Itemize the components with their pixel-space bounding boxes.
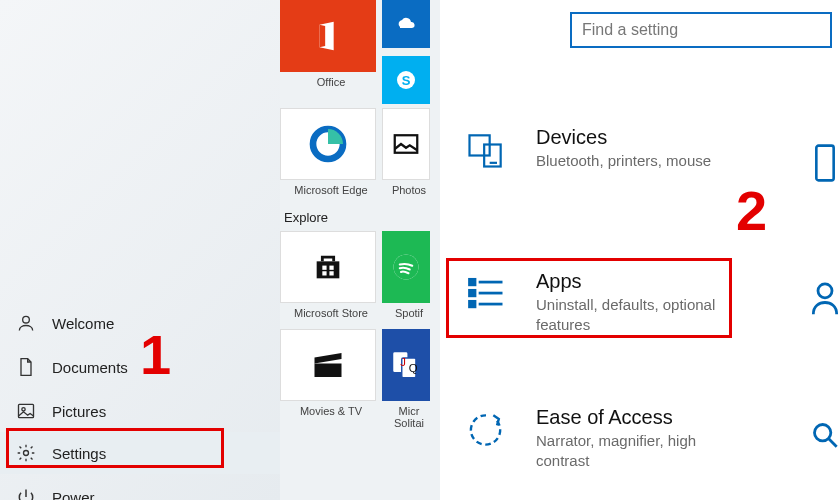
- svg-point-2: [22, 408, 25, 411]
- svg-text:S: S: [402, 73, 411, 88]
- start-pictures-label: Pictures: [52, 403, 106, 420]
- svg-rect-10: [322, 271, 326, 275]
- settings-search-input[interactable]: [582, 21, 820, 39]
- svg-rect-9: [329, 266, 333, 270]
- settings-search[interactable]: [570, 12, 832, 48]
- tile-edge-label: Microsoft Edge: [294, 184, 367, 196]
- user-icon: [14, 311, 38, 335]
- document-icon: [14, 355, 38, 379]
- svg-rect-24: [470, 290, 476, 296]
- svg-rect-1: [19, 404, 34, 417]
- settings-window: Devices Bluetooth, printers, mouse Apps …: [440, 0, 840, 500]
- start-settings-label: Settings: [52, 445, 106, 462]
- tile-spotify[interactable]: [382, 231, 430, 303]
- svg-point-0: [23, 316, 30, 323]
- ease-icon: [462, 406, 510, 454]
- tile-store-label: Microsoft Store: [294, 307, 368, 319]
- tile-movies-label: Movies & TV: [300, 405, 362, 417]
- start-pictures[interactable]: Pictures: [0, 390, 280, 432]
- svg-rect-26: [470, 301, 476, 307]
- svg-rect-14: [315, 364, 342, 378]
- svg-rect-7: [395, 135, 418, 153]
- devices-icon: [462, 126, 510, 174]
- svg-rect-28: [816, 146, 833, 181]
- gear-icon: [14, 441, 38, 465]
- start-documents[interactable]: Documents: [0, 346, 280, 388]
- tile-office[interactable]: [280, 0, 376, 72]
- svg-text:Q: Q: [409, 362, 418, 374]
- apps-sub: Uninstall, defaults, optional features: [536, 295, 746, 334]
- start-tiles: Office S Microsoft Edge Photos Explore: [280, 0, 440, 500]
- ease-title: Ease of Access: [536, 406, 746, 429]
- explore-label: Explore: [280, 206, 440, 231]
- svg-line-31: [829, 439, 837, 447]
- apps-icon: [462, 270, 510, 318]
- start-welcome[interactable]: Welcome: [0, 302, 280, 344]
- tile-skype[interactable]: S: [382, 56, 430, 104]
- pictures-icon: [14, 399, 38, 423]
- tile-onedrive[interactable]: [382, 0, 430, 48]
- devices-title: Devices: [536, 126, 711, 149]
- start-sidebar: Welcome Documents Pictures Settings: [0, 0, 280, 500]
- start-welcome-label: Welcome: [52, 315, 114, 332]
- phone-icon[interactable]: [810, 142, 840, 184]
- svg-rect-22: [470, 279, 476, 285]
- svg-point-13: [394, 255, 419, 280]
- tile-edge[interactable]: [280, 108, 376, 180]
- category-apps[interactable]: Apps Uninstall, defaults, optional featu…: [462, 270, 822, 334]
- tile-movies[interactable]: [280, 329, 376, 401]
- tile-solitaire[interactable]: JQ: [382, 329, 430, 401]
- start-power-label: Power: [52, 489, 95, 501]
- tile-spotify-label: Spotif: [395, 307, 423, 319]
- start-power[interactable]: Power: [0, 476, 280, 500]
- svg-text:J: J: [400, 356, 406, 368]
- tile-store[interactable]: [280, 231, 376, 303]
- category-ease-of-access[interactable]: Ease of Access Narrator, magnifier, high…: [462, 406, 822, 470]
- tile-office-label: Office: [317, 76, 346, 88]
- start-documents-label: Documents: [52, 359, 128, 376]
- svg-point-30: [815, 425, 831, 441]
- svg-point-3: [24, 451, 29, 456]
- svg-rect-8: [322, 266, 326, 270]
- account-icon[interactable]: [810, 278, 840, 320]
- category-devices[interactable]: Devices Bluetooth, printers, mouse: [462, 126, 822, 174]
- svg-point-29: [818, 284, 832, 298]
- ease-sub: Narrator, magnifier, high contrast: [536, 431, 746, 470]
- power-icon: [14, 485, 38, 500]
- tile-photos-label: Photos: [392, 184, 426, 196]
- tile-photos[interactable]: [382, 108, 430, 180]
- apps-title: Apps: [536, 270, 746, 293]
- search-icon[interactable]: [810, 414, 840, 456]
- start-settings[interactable]: Settings: [0, 432, 280, 474]
- tile-solitaire-label: Micr Solitai: [394, 405, 424, 429]
- svg-rect-11: [329, 271, 333, 275]
- devices-sub: Bluetooth, printers, mouse: [536, 151, 711, 171]
